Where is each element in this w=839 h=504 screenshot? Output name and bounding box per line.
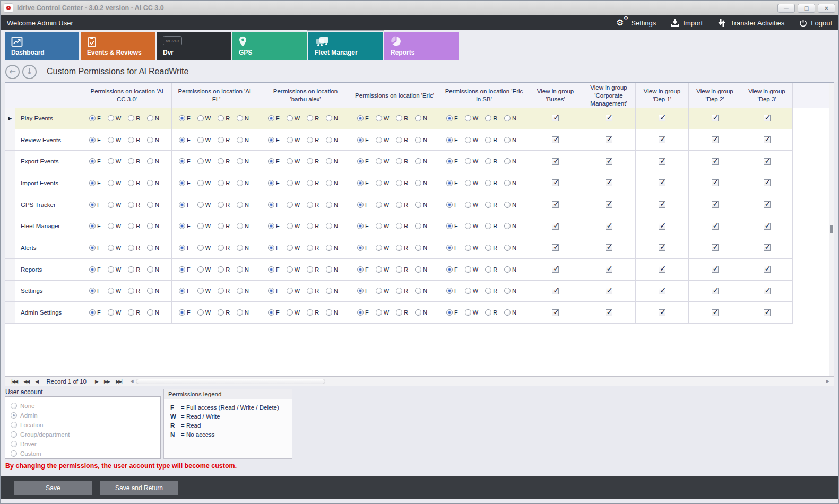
radio-N-icon[interactable] (326, 309, 332, 316)
radio-F-icon[interactable] (268, 288, 274, 294)
view-checkbox[interactable] (764, 136, 771, 143)
radio-R-icon[interactable] (307, 223, 313, 229)
radio-option-F[interactable]: F (89, 223, 101, 229)
radio-F-icon[interactable] (268, 158, 274, 164)
radio-option-W[interactable]: W (465, 288, 478, 294)
radio-option-F[interactable]: F (357, 137, 369, 143)
radio-option-R[interactable]: R (307, 288, 319, 294)
radio-R-icon[interactable] (218, 202, 224, 208)
radio-option-N[interactable]: N (504, 202, 516, 208)
radio-option-F[interactable]: F (89, 202, 101, 208)
radio-option-W[interactable]: W (108, 288, 121, 294)
radio-option-F[interactable]: F (179, 309, 191, 316)
radio-R-icon[interactable] (128, 180, 134, 186)
radio-F-icon[interactable] (268, 115, 274, 121)
radio-option-F[interactable]: F (179, 266, 191, 273)
radio-option-R[interactable]: R (218, 288, 230, 294)
radio-option-N[interactable]: N (504, 266, 516, 273)
radio-R-icon[interactable] (218, 180, 224, 186)
radio-option-N[interactable]: N (504, 309, 516, 316)
radio-option-R[interactable]: R (218, 202, 230, 208)
radio-N-icon[interactable] (326, 180, 332, 186)
radio-R-icon[interactable] (128, 115, 134, 121)
radio-option-N[interactable]: N (147, 158, 159, 164)
radio-W-icon[interactable] (287, 266, 293, 273)
radio-option-F[interactable]: F (446, 158, 458, 164)
view-checkbox[interactable] (552, 179, 559, 186)
radio-R-icon[interactable] (485, 223, 491, 229)
radio-option-R[interactable]: R (485, 288, 497, 294)
radio-option-F[interactable]: F (446, 223, 458, 229)
radio-option-F[interactable]: F (89, 158, 101, 164)
radio-option-F[interactable]: F (446, 266, 458, 273)
view-checkbox[interactable] (712, 136, 719, 143)
table-row[interactable]: ReportsFWRNFWRNFWRNFWRNFWRN (5, 259, 834, 281)
radio-N-icon[interactable] (415, 202, 421, 208)
radio-R-icon[interactable] (218, 245, 224, 251)
radio-F-icon[interactable] (179, 288, 185, 294)
radio-option-R[interactable]: R (396, 202, 408, 208)
radio-option-F[interactable]: F (268, 137, 280, 143)
radio-N-icon[interactable] (326, 115, 332, 121)
radio-option-R[interactable]: R (128, 309, 140, 316)
radio-F-icon[interactable] (446, 137, 453, 143)
radio-N-icon[interactable] (326, 137, 332, 143)
radio-option-R[interactable]: R (396, 245, 408, 251)
radio-F-icon[interactable] (268, 245, 274, 251)
radio-W-icon[interactable] (197, 137, 204, 143)
radio-F-icon[interactable] (268, 202, 274, 208)
view-checkbox[interactable] (552, 266, 559, 273)
radio-option-W[interactable]: W (108, 158, 121, 164)
view-checkbox[interactable] (764, 201, 771, 208)
radio-option-N[interactable]: N (326, 223, 338, 229)
radio-W-icon[interactable] (376, 288, 382, 294)
radio-R-icon[interactable] (307, 202, 313, 208)
radio-R-icon[interactable] (218, 223, 224, 229)
radio-option-N[interactable]: N (415, 309, 427, 316)
radio-N-icon[interactable] (147, 158, 153, 164)
radio-W-icon[interactable] (376, 202, 382, 208)
radio-option-F[interactable]: F (268, 180, 280, 186)
radio-option-N[interactable]: N (415, 266, 427, 273)
radio-option-F[interactable]: F (179, 202, 191, 208)
radio-N-icon[interactable] (237, 223, 243, 229)
radio-option-R[interactable]: R (307, 309, 319, 316)
view-checkbox[interactable] (764, 244, 771, 251)
user-account-option-driver[interactable]: Driver (11, 439, 160, 449)
radio-F-icon[interactable] (357, 223, 364, 229)
radio-option-N[interactable]: N (147, 245, 159, 251)
radio-W-icon[interactable] (287, 202, 293, 208)
radio-W-icon[interactable] (108, 266, 114, 273)
radio-option-N[interactable]: N (415, 223, 427, 229)
view-checkbox[interactable] (606, 201, 612, 208)
radio-option-N[interactable]: N (415, 137, 427, 143)
radio-option-W[interactable]: W (287, 180, 300, 186)
radio-R-icon[interactable] (307, 266, 313, 273)
radio-option-N[interactable]: N (326, 288, 338, 294)
view-checkbox[interactable] (764, 223, 771, 230)
radio-option-W[interactable]: W (376, 202, 389, 208)
save-and-return-button[interactable]: Save and Return (100, 481, 178, 495)
radio-option-R[interactable]: R (128, 180, 140, 186)
radio-N-icon[interactable] (415, 115, 421, 121)
radio-option-F[interactable]: F (268, 115, 280, 121)
radio-W-icon[interactable] (376, 137, 382, 143)
radio-option-R[interactable]: R (307, 137, 319, 143)
radio-option-R[interactable]: R (307, 202, 319, 208)
first-record-button[interactable]: |◀◀ (11, 379, 17, 384)
radio-F-icon[interactable] (89, 309, 96, 316)
radio-option-N[interactable]: N (326, 245, 338, 251)
radio-W-icon[interactable] (197, 180, 204, 186)
radio-location-icon[interactable] (11, 422, 17, 428)
view-checkbox[interactable] (659, 223, 665, 230)
radio-F-icon[interactable] (179, 266, 185, 273)
radio-option-F[interactable]: F (268, 202, 280, 208)
scroll-right-icon[interactable]: ▶ (826, 379, 829, 384)
radio-option-N[interactable]: N (237, 158, 249, 164)
radio-F-icon[interactable] (268, 223, 274, 229)
view-checkbox[interactable] (764, 309, 771, 316)
user-account-option-none[interactable]: None (11, 401, 160, 411)
view-checkbox[interactable] (552, 244, 559, 251)
radio-custom-icon[interactable] (11, 450, 17, 457)
radio-F-icon[interactable] (357, 266, 364, 273)
